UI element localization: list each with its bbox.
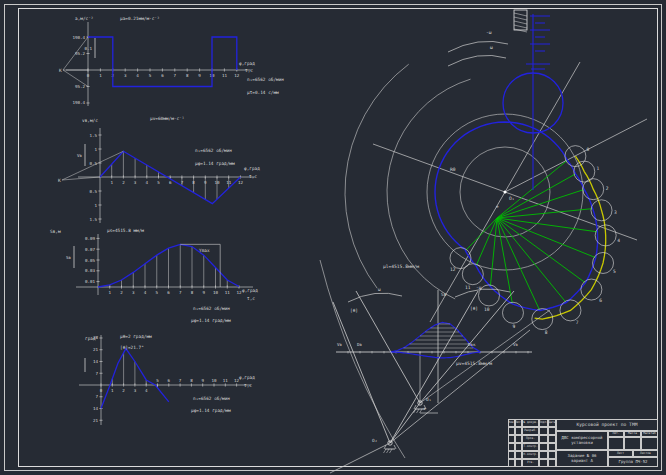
svg-text:7: 7	[95, 394, 98, 399]
task-cell: Задание № 06вариант А	[556, 450, 608, 467]
svg-text:11: 11	[225, 290, 231, 295]
svg-text:Vв: Vв	[77, 153, 83, 158]
svg-text:1: 1	[110, 180, 113, 185]
svg-text:-ω: -ω	[476, 285, 482, 290]
revision-cell: Утв.	[522, 459, 539, 467]
svg-text:t,c: t,c	[245, 68, 253, 73]
svg-text:[θ]: [θ]	[350, 308, 358, 313]
svg-text:4: 4	[145, 388, 148, 393]
group-cell: Группа ПЧ-52	[608, 457, 658, 467]
svg-text:Sв: Sв	[66, 255, 72, 260]
svg-text:Sв,м: Sв,м	[50, 229, 61, 234]
revision-cell: Изм.	[508, 419, 515, 427]
svg-text:φ,град: φ,град	[239, 375, 255, 380]
svg-text:0.5: 0.5	[89, 161, 97, 166]
revision-cell	[515, 427, 522, 435]
chart-acceleration-diagram: 0123456789101112190.495.295.2190.4K0.1a,…	[25, 8, 325, 110]
svg-text:ω: ω	[490, 45, 493, 50]
chart-displacement-diagram: 1234567891011120.090.070.050.030.01SвSв,…	[25, 218, 325, 330]
lit-value-cell	[608, 437, 624, 450]
revision-cell	[539, 435, 548, 443]
svg-text:11: 11	[465, 285, 471, 290]
revision-cell	[515, 435, 522, 443]
svg-text:21: 21	[93, 347, 99, 352]
svg-text:11: 11	[223, 378, 229, 383]
svg-text:2: 2	[120, 290, 123, 295]
revision-cell: Пров.	[522, 435, 539, 443]
revision-cell	[548, 459, 556, 467]
svg-text:-ω: -ω	[486, 30, 492, 35]
svg-text:0.05: 0.05	[85, 258, 96, 263]
revision-cell: Лист	[515, 419, 522, 427]
svg-text:4: 4	[617, 238, 620, 243]
svg-text:0.03: 0.03	[85, 268, 96, 273]
svg-text:n₁=6562 об/мин: n₁=6562 об/мин	[193, 396, 230, 401]
revision-cell	[508, 427, 515, 435]
svg-text:n₁=6562 об/мин: n₁=6562 об/мин	[195, 148, 232, 153]
revision-cell: Т.контр.	[522, 443, 539, 451]
svg-text:μv=60мм/м·с⁻¹: μv=60мм/м·с⁻¹	[150, 116, 184, 121]
svg-text:7: 7	[95, 371, 98, 376]
svg-text:[θ]: [θ]	[470, 306, 478, 311]
svg-text:K: K	[58, 178, 61, 183]
svg-text:6: 6	[168, 378, 171, 383]
svg-text:5: 5	[155, 290, 158, 295]
revision-cell: Подп.	[539, 419, 548, 427]
svg-text:a,м/с⁻²: a,м/с⁻²	[75, 16, 94, 21]
svg-text:10: 10	[484, 307, 490, 312]
svg-text:1: 1	[596, 166, 599, 171]
svg-text:Sв: Sв	[441, 292, 447, 297]
document-name-cell: ДВС компрессорной установки	[556, 431, 608, 450]
svg-text:1: 1	[108, 290, 111, 295]
gost-title-block: Изм.Лист№ докум.Подп.ДатаРазраб.Пров.Т.к…	[508, 419, 658, 467]
svg-text:95.2: 95.2	[75, 51, 86, 56]
svg-text:12: 12	[450, 267, 456, 272]
svg-text:7: 7	[179, 290, 182, 295]
revision-cell: Разраб.	[522, 427, 539, 435]
cam-profile-construction: 0123456789101112-ωωO₁R0eμl=4515.8мм/мω-ω…	[300, 0, 666, 475]
svg-text:Ymax: Ymax	[199, 248, 210, 253]
revision-cell: № докум.	[522, 419, 539, 427]
svg-text:град: град	[85, 336, 96, 341]
svg-text:φ,град: φ,град	[242, 288, 258, 293]
svg-text:μθ=2 град/мм: μθ=2 град/мм	[120, 334, 152, 339]
svg-text:n₁=6562 об/мин: n₁=6562 об/мин	[193, 306, 230, 311]
svg-text:4: 4	[136, 73, 139, 78]
svg-text:Dвк: Dвк	[468, 342, 476, 347]
svg-text:Dв: Dв	[357, 342, 363, 347]
svg-text:t,c: t,c	[249, 174, 257, 179]
revision-cell	[539, 451, 548, 459]
svg-text:1: 1	[94, 203, 97, 208]
svg-text:0.07: 0.07	[85, 247, 96, 252]
svg-text:μl=4515.8мм/м: μl=4515.8мм/м	[383, 264, 419, 269]
revision-cell	[515, 443, 522, 451]
svg-text:7: 7	[576, 320, 579, 325]
svg-text:ω: ω	[378, 287, 381, 292]
svg-text:t,c: t,c	[244, 383, 252, 388]
svg-text:Vв: Vв	[513, 342, 519, 347]
svg-text:9: 9	[201, 378, 204, 383]
svg-text:φ,град: φ,град	[239, 61, 255, 66]
svg-text:0.09: 0.09	[85, 236, 96, 241]
svg-text:190.4: 190.4	[72, 35, 85, 40]
svg-text:95.2: 95.2	[75, 84, 86, 89]
svg-text:8: 8	[190, 378, 193, 383]
svg-text:5: 5	[149, 73, 152, 78]
svg-text:11: 11	[222, 73, 228, 78]
svg-text:190.4: 190.4	[72, 100, 85, 105]
revision-cell	[548, 451, 556, 459]
sheets-label-cell: Листов	[633, 450, 658, 457]
svg-text:9: 9	[198, 73, 201, 78]
task-variant: вариант А	[568, 459, 597, 463]
svg-text:5: 5	[613, 269, 616, 274]
svg-text:O₁: O₁	[509, 196, 515, 201]
chart-velocity-diagram: 1234567891011121.510.50.511.5KVвvв,м/сμv…	[25, 108, 325, 224]
svg-text:μφ=1.14 град/мм: μφ=1.14 град/мм	[191, 408, 231, 413]
svg-text:0.01: 0.01	[85, 279, 96, 284]
svg-text:4: 4	[144, 290, 147, 295]
revision-cell	[515, 451, 522, 459]
svg-text:12: 12	[234, 73, 240, 78]
project-title-cell: Курсовой проект по ТММ	[556, 419, 658, 431]
mass-value-cell	[624, 437, 641, 450]
svg-text:3: 3	[614, 210, 617, 215]
